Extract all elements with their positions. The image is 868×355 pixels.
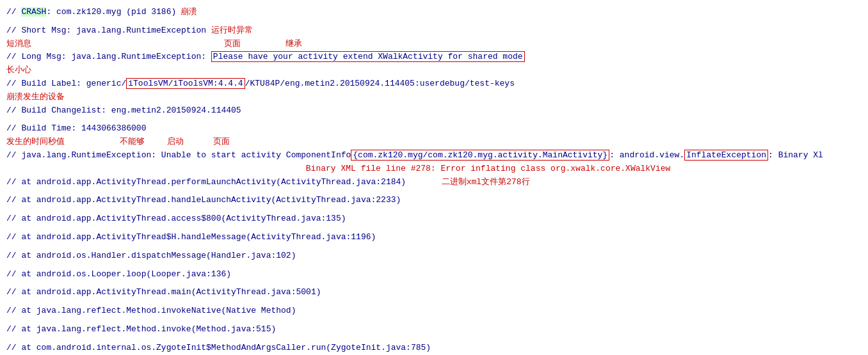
stack-line-7: // at android.app.ActivityThread.main(Ac… [6,286,862,299]
empty-line-9 [6,299,862,304]
stack-trace-9: // at java.lang.reflect.Method.invoke(Me… [6,324,276,334]
long-xin-label: 长小心 [6,65,31,75]
crash-line: // CRASH: com.zk120.myg (pid 3186) 崩溃 [6,5,862,19]
build-label-line: // Build Label: generic/iToolsVM/iToolsV… [6,77,862,91]
empty-line-8 [6,281,862,286]
build-label-suffix: /KTU84P/eng.metin2.20150924.114405:userd… [245,79,515,88]
runtime-exception-line: // java.lang.RuntimeException: Unable to… [6,149,862,162]
stack-line-8: // at java.lang.reflect.Method.invokeNat… [6,304,862,318]
stack-line-10: // at com.android.internal.os.ZygoteInit… [6,342,862,355]
short-msg-label: 短消息 [6,39,31,49]
crash-annotation: 崩溃 [176,6,197,16]
stack-line-5: // at android.os.Handler.dispatchMessage… [6,249,862,263]
page-label-1: 页面 [224,39,241,49]
build-changelist-text: // Build Changelist: eng.metin2.20150924… [6,106,241,115]
extend-label: 继承 [285,39,302,49]
start-label: 启动 [167,137,184,146]
crash-keyword: CRASH [21,7,46,17]
build-label-prefix: // Build Label: generic/ [6,79,126,88]
stack-line-4: // at android.app.ActivityThread$H.handl… [6,231,862,244]
build-time-line: // Build Time: 1443066386000 [6,122,862,136]
stack-trace-5: // at android.os.Handler.dispatchMessage… [6,251,296,260]
log-container: // CRASH: com.zk120.myg (pid 3186) 崩溃 //… [0,0,868,355]
empty-line-10 [6,318,862,323]
empty-line-2 [6,117,862,122]
unable-label: 不能够 [120,137,145,146]
long-msg-box: Please have your activity extend XWalkAc… [211,51,525,62]
short-msg-annotation-line: 短消息 页面 继承 [6,38,862,51]
long-msg-line: // Long Msg: java.lang.RuntimeException:… [6,51,862,64]
stack-trace-8: // at java.lang.reflect.Method.invokeNat… [6,306,296,315]
stack-trace-10: // at com.android.internal.os.ZygoteInit… [6,343,431,352]
build-label-box: iToolsVM/iToolsVM:4.4.4 [126,78,245,89]
empty-line-11 [6,336,862,342]
stack-trace-1: // at android.app.ActivityThread.perform… [6,177,406,187]
stack-line-2: // at android.app.ActivityThread.handleL… [6,194,862,207]
empty-line-5 [6,226,862,231]
build-time-annotation-line: 发生的时间秒值 不能够 启动 页面 [6,136,862,149]
component-info-box: {com.zk120.myg/com.zk120.myg.activity.Ma… [351,150,609,161]
build-label-annotation-line: 崩溃发生的设备 [6,91,862,104]
binary-xml-label: Binary XML file line #278: Error inflati… [306,164,671,173]
long-msg-annotation-line: 长小心 [6,64,862,77]
stack-line-1: // at android.app.ActivityThread.perform… [6,176,862,189]
empty-line [6,19,862,24]
device-label: 崩溃发生的设备 [6,92,65,102]
stack-trace-7: // at android.app.ActivityThread.main(Ac… [6,287,321,297]
time-label: 发生的时间秒值 [6,137,65,146]
empty-line-4 [6,207,862,212]
long-msg-prefix: // Long Msg: java.lang.RuntimeException: [6,52,211,61]
stack-trace-4: // at android.app.ActivityThread$H.handl… [6,232,376,242]
crash-info: : com.zk120.myg (pid 3186) [46,7,176,17]
stack-line-9: // at java.lang.reflect.Method.invoke(Me… [6,323,862,336]
short-msg-text: // Short Msg: java.lang.RuntimeException [6,26,211,35]
binary-xml-annotation-line: Binary XML file line #278: Error inflati… [6,162,862,176]
build-changelist-line: // Build Changelist: eng.metin2.20150924… [6,104,862,118]
android-view-text: : android.view. [609,150,684,160]
stack-trace-3: // at android.app.ActivityThread.access$… [6,214,346,223]
inflate-exception-box: InflateException [684,150,768,161]
binary-xml-text: : Binary Xl [768,150,823,160]
comment-prefix: // [6,7,21,17]
page-label-2: 页面 [213,137,230,146]
runtime-exception-annotation: 运行时异常 [211,26,253,35]
empty-line-3 [6,189,862,194]
empty-line-7 [6,263,862,268]
binary-xml-line-label: 二进制xml文件第278行 [442,177,530,187]
stack-line-6: // at android.os.Looper.loop(Looper.java… [6,268,862,281]
stack-line-3: // at android.app.ActivityThread.access$… [6,212,862,226]
short-msg-line: // Short Msg: java.lang.RuntimeException… [6,24,862,38]
empty-line-6 [6,244,862,249]
runtime-exception-prefix: // java.lang.RuntimeException: Unable to… [6,150,351,160]
stack-trace-6: // at android.os.Looper.loop(Looper.java… [6,269,231,279]
build-time-text: // Build Time: 1443066386000 [6,123,146,133]
stack-trace-2: // at android.app.ActivityThread.handleL… [6,195,401,205]
